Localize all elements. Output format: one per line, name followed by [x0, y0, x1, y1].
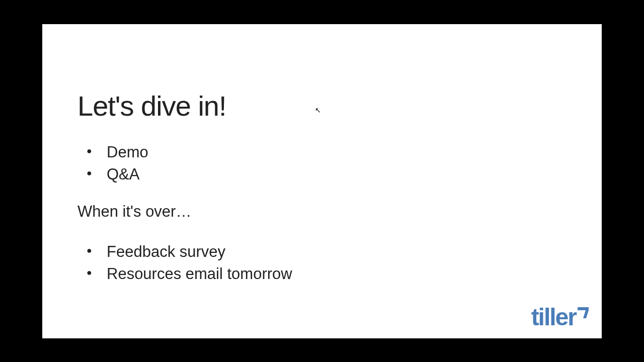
- list-item: Demo: [77, 142, 567, 162]
- list-item: Q&A: [77, 164, 567, 185]
- list-item: Feedback survey: [77, 242, 567, 262]
- brand-logo: tiller: [531, 305, 589, 329]
- slide-subheading: When it's over…: [77, 203, 567, 221]
- brand-logo-text: tiller: [531, 305, 576, 329]
- brand-logo-icon: [578, 307, 589, 318]
- list-item: Resources email tomorrow: [77, 264, 567, 284]
- bullet-list-bottom: Feedback survey Resources email tomorrow: [77, 242, 567, 285]
- slide-title: Let's dive in!: [77, 89, 567, 122]
- mouse-cursor-icon: ↖: [315, 106, 321, 114]
- bullet-list-top: Demo Q&A: [77, 142, 567, 185]
- presentation-slide: Let's dive in! Demo Q&A When it's over… …: [42, 24, 602, 338]
